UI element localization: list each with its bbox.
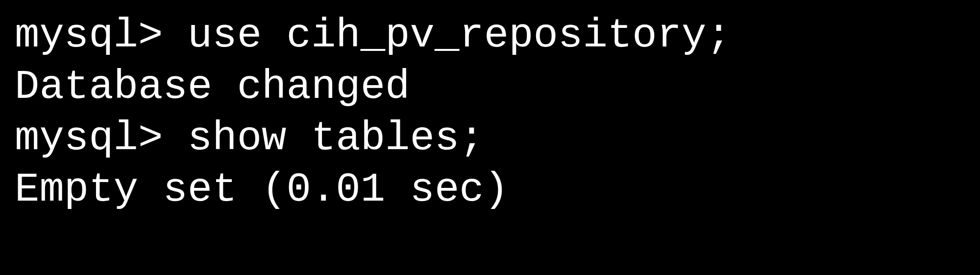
terminal-output[interactable]: mysql> use cih_pv_repository; Database c… [15, 10, 965, 215]
terminal-line-output: Database changed [15, 61, 965, 113]
sql-command-show-tables: show tables; [188, 115, 484, 161]
terminal-line-output: Empty set (0.01 sec) [15, 164, 965, 215]
mysql-prompt: mysql> [15, 115, 188, 161]
terminal-line-input: mysql> use cih_pv_repository; [15, 10, 965, 61]
empty-set-message: Empty set (0.01 sec) [15, 166, 509, 213]
database-changed-message: Database changed [15, 64, 410, 110]
terminal-line-input: mysql> show tables; [15, 113, 965, 164]
mysql-prompt: mysql> [15, 12, 188, 59]
sql-command-use: use cih_pv_repository; [188, 12, 731, 59]
